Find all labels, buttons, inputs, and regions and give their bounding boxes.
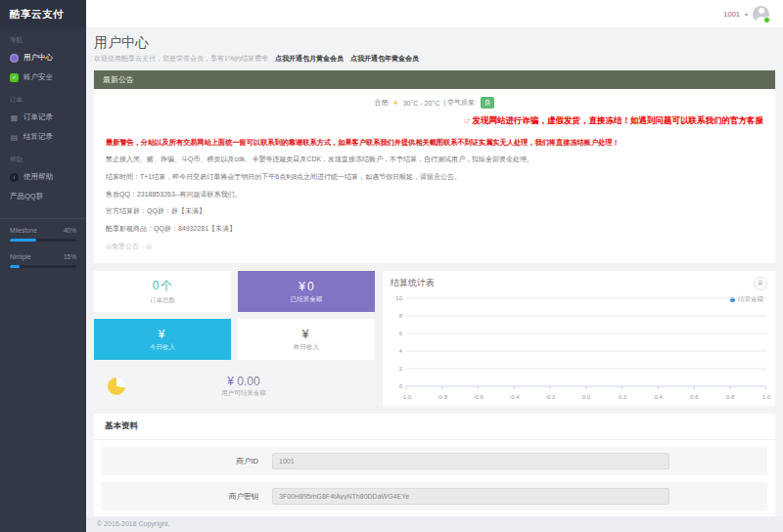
fraud-alert: ☞发现网站进行诈骗，虚假发货，直接冻结！如遇到问题可以联系我们的官方客服 bbox=[106, 115, 763, 127]
sidebar-progress-group: Milestone 40% Nimipie 15% bbox=[0, 219, 86, 268]
svg-text:-1.0: -1.0 bbox=[401, 394, 412, 400]
svg-text:0.2: 0.2 bbox=[619, 394, 627, 400]
air-quality-label: | 空气质量: bbox=[443, 98, 477, 108]
svg-text:-0.2: -0.2 bbox=[545, 394, 556, 400]
settlement-chart-svg: 0246810-1.0-0.8-0.6-0.4-0.20.00.20.40.60… bbox=[387, 292, 774, 402]
balance-strip: ¥ 0.00 用户可结算金额 bbox=[94, 367, 376, 406]
info-icon: i bbox=[10, 173, 19, 182]
stat-label: 已结算金额 bbox=[291, 295, 323, 304]
weather-city: 合肥 bbox=[375, 98, 389, 108]
weather-bar: 合肥 ☀ 30°C - 20°C | 空气质量: 良 bbox=[106, 95, 763, 109]
form-row-merchant-id: 商户ID bbox=[102, 447, 767, 475]
open-monthly-vip-link[interactable]: 点我开通包月黄金会员 bbox=[275, 55, 344, 62]
merchant-key-label: 商户密钥 bbox=[102, 492, 272, 502]
stat-label: 昨日收入 bbox=[294, 343, 319, 352]
merchant-key-field[interactable] bbox=[272, 488, 669, 505]
welcome-text: 欢迎使用酷享云支付，您是荣誉会员，享有1%的结算费率 bbox=[94, 55, 268, 62]
announcement-line-settlement-time: 结算时间：T+1结算，即今日交易订单将会于明日的下午6点到8点之间进行统一结算，… bbox=[106, 173, 763, 182]
progress-percent: 15% bbox=[64, 253, 76, 260]
svg-text:0: 0 bbox=[399, 383, 403, 389]
username: 1001 bbox=[723, 10, 740, 19]
stat-card-settled-amount[interactable]: ¥0 已结算金额 bbox=[238, 271, 375, 312]
sidebar-item-label: 产品QQ群 bbox=[10, 192, 43, 201]
chart-context-menu-icon[interactable]: ≡ bbox=[754, 277, 767, 290]
progress-nimipie: Nimipie 15% bbox=[10, 253, 76, 268]
svg-text:0.4: 0.4 bbox=[654, 394, 663, 400]
sidebar-section-help: 帮助 bbox=[0, 147, 86, 167]
announcement-line-official-group: 官方结算群：QQ群：群【未满】 bbox=[106, 207, 763, 216]
settlement-list-icon: ▤ bbox=[10, 133, 19, 142]
svg-text:-0.4: -0.4 bbox=[509, 394, 520, 400]
svg-text:0.0: 0.0 bbox=[582, 394, 591, 400]
sidebar-item-product-qq-group[interactable]: 产品QQ群 bbox=[0, 187, 86, 206]
announcement-body: 合肥 ☀ 30°C - 20°C | 空气质量: 良 ☞发现网站进行诈骗，虚假发… bbox=[94, 89, 775, 263]
stat-label: 订单总数 bbox=[150, 296, 175, 305]
air-quality-badge: 良 bbox=[481, 97, 495, 109]
svg-text:2: 2 bbox=[399, 366, 403, 372]
yen-icon: ¥ bbox=[227, 375, 234, 388]
stat-label: 今日收入 bbox=[150, 343, 175, 352]
sidebar-item-account-security[interactable]: ✓ 账户安全 bbox=[0, 67, 86, 87]
up-arrow-unit: 个 bbox=[161, 278, 172, 294]
sidebar-item-settlement-records[interactable]: ▤ 结算记录 bbox=[0, 127, 86, 147]
balance-value: 0.00 bbox=[237, 375, 259, 388]
user-menu[interactable]: 1001 ▾ bbox=[723, 6, 769, 22]
progress-label: Milestone bbox=[10, 227, 37, 234]
app-logo: 酷享云支付 bbox=[0, 0, 86, 27]
online-status-dot bbox=[763, 17, 770, 23]
balance-label: 用户可结算金额 bbox=[125, 389, 362, 398]
fraud-alert-text: 发现网站进行诈骗，虚假发货，直接冻结！如遇到问题可以联系我们的官方客服 bbox=[473, 115, 764, 125]
stats-grid: 0个 订单总数 ¥0 已结算金额 ¥ 今日收入 ¥ 昨日收入 ¥ 0.00 用户… bbox=[94, 271, 376, 406]
announcement-header: 最新公告 bbox=[94, 70, 775, 89]
page-title: 用户中心 bbox=[94, 34, 775, 52]
progress-fill bbox=[10, 239, 36, 242]
weather-temp: 30°C - 20°C bbox=[403, 100, 440, 107]
form-row-merchant-key: 商户密钥 bbox=[102, 482, 767, 510]
user-icon bbox=[10, 54, 19, 63]
sun-icon: ☀ bbox=[392, 99, 399, 108]
chart-title: 结算统计表 bbox=[391, 277, 767, 289]
svg-text:8: 8 bbox=[399, 313, 403, 319]
open-yearly-vip-link[interactable]: 点我开通包年黄金会员 bbox=[350, 55, 419, 62]
sidebar-section-nav: 导航 bbox=[0, 27, 86, 48]
sidebar-item-usage-help[interactable]: i 使用帮助 bbox=[0, 167, 86, 187]
sidebar-item-label: 结算记录 bbox=[23, 132, 53, 142]
profile-header: 基本资料 bbox=[94, 414, 775, 440]
dashboard-row: 0个 订单总数 ¥0 已结算金额 ¥ 今日收入 ¥ 昨日收入 ¥ 0.00 用户… bbox=[94, 271, 775, 406]
announcement-line-disclaimer: ◎免责公告：◎ bbox=[106, 243, 763, 251]
sidebar-item-label: 使用帮助 bbox=[23, 172, 53, 182]
sidebar-item-label: 订单记录 bbox=[23, 112, 53, 122]
yen-icon: ¥ bbox=[299, 280, 305, 293]
page-subtitle: 欢迎使用酷享云支付，您是荣誉会员，享有1%的结算费率 点我开通包月黄金会员 点我… bbox=[94, 54, 775, 64]
yen-icon: ¥ bbox=[302, 328, 309, 341]
svg-text:10: 10 bbox=[395, 295, 402, 301]
stat-card-today-income[interactable]: ¥ 今日收入 bbox=[94, 319, 231, 360]
progress-fill bbox=[10, 265, 20, 268]
announcement-line-video-group: 酷享影视商品：QQ群：84932281【未满】 bbox=[106, 225, 763, 234]
svg-text:-0.6: -0.6 bbox=[473, 394, 484, 400]
avatar[interactable] bbox=[753, 6, 769, 22]
announcement-line-rules: 禁止接入黑、赌、诈骗、斗Q币、棋类以及cdk、卡盟等违规类目及CDK，发现直接冻… bbox=[106, 155, 763, 164]
merchant-id-field[interactable] bbox=[272, 453, 669, 469]
pointing-hand-icon: ☞ bbox=[463, 115, 471, 125]
announcement-card: 最新公告 合肥 ☀ 30°C - 20°C | 空气质量: 良 ☞发现网站进行诈… bbox=[94, 70, 775, 263]
progress-label: Nimipie bbox=[10, 253, 31, 260]
stat-card-order-count[interactable]: 0个 订单总数 bbox=[94, 271, 231, 312]
merchant-id-label: 商户ID bbox=[102, 457, 272, 466]
progress-track bbox=[10, 265, 76, 268]
svg-text:0.6: 0.6 bbox=[690, 394, 699, 400]
sidebar-item-order-records[interactable]: ▦ 订单记录 bbox=[0, 108, 86, 127]
stat-value: 0 bbox=[307, 280, 314, 293]
svg-text:-0.8: -0.8 bbox=[438, 394, 448, 400]
chevron-down-icon: ▾ bbox=[745, 11, 748, 18]
stat-card-yesterday-income[interactable]: ¥ 昨日收入 bbox=[238, 319, 375, 360]
settlement-chart-card: 结算统计表 ≡ 结算金额 0246810-1.0-0.8-0.6-0.4-0.2… bbox=[383, 271, 775, 406]
svg-text:4: 4 bbox=[399, 348, 403, 354]
order-list-icon: ▦ bbox=[10, 113, 19, 122]
profile-card: 基本资料 商户ID 商户密钥 账号绑定 绑定支付宝账号--一键提现到本站 bbox=[94, 414, 775, 516]
sidebar-item-user-center[interactable]: 用户中心 bbox=[0, 48, 86, 67]
shield-check-icon: ✓ bbox=[10, 73, 19, 82]
sidebar-section-orders: 订单 bbox=[0, 87, 86, 108]
yen-icon: ¥ bbox=[159, 328, 165, 341]
pie-chart-icon bbox=[108, 377, 125, 395]
